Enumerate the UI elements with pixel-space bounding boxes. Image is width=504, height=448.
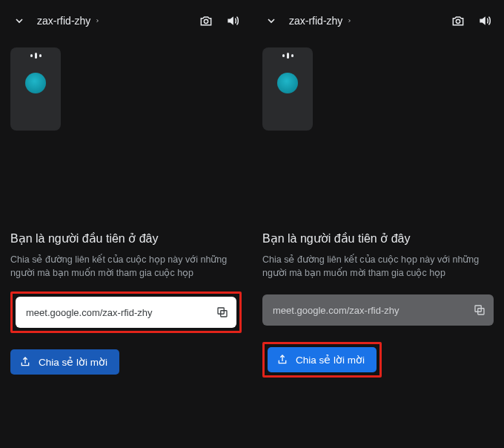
meeting-link-text: meet.google.com/zax-rfid-zhy (26, 307, 210, 318)
screenshot-right: zax-rfid-zhy Bạn là người đầu tiên ở đây… (252, 0, 504, 448)
invite-panel: Bạn là người đầu tiên ở đây Chia sẻ đườn… (10, 231, 242, 375)
highlight-box: meet.google.com/zax-rfid-zhy (10, 291, 242, 333)
highlight-box: Chia sẻ lời mời (262, 342, 382, 378)
heading-first-here: Bạn là người đầu tiên ở đây (10, 231, 242, 246)
voice-indicator-icon (282, 52, 294, 59)
meeting-code-text: zax-rfid-zhy (289, 15, 342, 27)
caret-right-icon (95, 17, 100, 24)
copy-icon[interactable] (473, 303, 486, 317)
meeting-link-text: meet.google.com/zax-rfid-zhy (273, 305, 467, 316)
meeting-code[interactable]: zax-rfid-zhy (289, 15, 352, 27)
avatar (277, 73, 298, 93)
invite-panel: Bạn là người đầu tiên ở đây Chia sẻ đườn… (262, 231, 494, 378)
svg-point-3 (456, 19, 460, 23)
chevron-down-icon[interactable] (10, 12, 28, 30)
speaker-icon[interactable] (476, 12, 494, 30)
subtext-share-link: Chia sẻ đường liên kết của cuộc họp này … (262, 253, 494, 280)
meeting-code[interactable]: zax-rfid-zhy (37, 15, 100, 27)
meeting-code-text: zax-rfid-zhy (37, 15, 90, 27)
speaker-icon[interactable] (224, 12, 242, 30)
meeting-link-field[interactable]: meet.google.com/zax-rfid-zhy (262, 294, 494, 326)
caret-right-icon (347, 17, 352, 24)
meeting-link-field[interactable]: meet.google.com/zax-rfid-zhy (16, 297, 236, 328)
topbar: zax-rfid-zhy (262, 0, 494, 42)
screenshot-left: zax-rfid-zhy Bạn là người đầu tiên ở đây… (0, 0, 252, 448)
share-invite-button[interactable]: Chia sẻ lời mời (268, 347, 377, 372)
switch-camera-icon[interactable] (449, 12, 467, 30)
avatar (25, 73, 46, 93)
chevron-down-icon[interactable] (262, 12, 280, 30)
share-icon (19, 356, 31, 368)
share-icon (276, 354, 288, 366)
switch-camera-icon[interactable] (197, 12, 215, 30)
share-button-label: Chia sẻ lời mời (296, 354, 365, 366)
copy-icon[interactable] (216, 306, 229, 319)
topbar: zax-rfid-zhy (10, 0, 242, 42)
svg-point-0 (204, 19, 208, 23)
share-invite-button[interactable]: Chia sẻ lời mời (10, 349, 119, 375)
heading-first-here: Bạn là người đầu tiên ở đây (262, 231, 494, 246)
self-video-tile[interactable] (262, 47, 313, 131)
voice-indicator-icon (30, 52, 42, 59)
subtext-share-link: Chia sẻ đường liên kết của cuộc họp này … (10, 253, 242, 280)
self-video-tile[interactable] (10, 47, 61, 131)
share-button-label: Chia sẻ lời mời (39, 356, 107, 368)
